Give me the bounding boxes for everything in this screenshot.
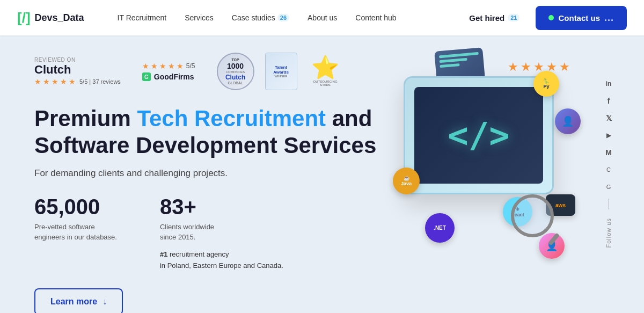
contact-button[interactable]: Contact us ...	[536, 6, 627, 30]
navbar: [/] Devs_Data IT Recruitment Services Ca…	[0, 0, 644, 35]
ratings-bar: REVIEWED ON Clutch ★ ★ ★ ★ ★ 5/5 | 37 re…	[34, 53, 382, 90]
youtube-icon[interactable]: ▶	[601, 128, 616, 143]
learn-more-label: Learn more	[50, 297, 97, 307]
recruitment-info: #1 recruitment agency in Poland, Eastern…	[160, 249, 283, 272]
social-divider	[609, 199, 609, 209]
clutch-stars: ★ ★ ★ ★ ★ 5/5 | 37 reviews	[34, 77, 121, 86]
contact-dots: ...	[604, 12, 614, 24]
hero-subtitle: For demanding clients and challenging pr…	[34, 168, 382, 179]
python-label: 🐍Py	[543, 78, 549, 89]
user-avatar-1: 👤	[555, 108, 581, 134]
nav-services[interactable]: Services	[177, 9, 221, 26]
goodfirms-icon: G	[142, 72, 151, 81]
python-badge: 🐍Py	[533, 71, 559, 97]
nav-right: Get hired 21 Contact us ...	[462, 6, 627, 30]
nav-case-studies[interactable]: Case studies 26	[224, 9, 297, 26]
stat-engineers-desc: Pre-vetted software engineers in our dat…	[34, 222, 117, 243]
linkedin-icon[interactable]: in	[601, 76, 616, 91]
clutch-rating: REVIEWED ON Clutch ★ ★ ★ ★ ★ 5/5 | 37 re…	[34, 57, 121, 86]
learn-more-button[interactable]: Learn more ↓	[34, 288, 123, 313]
nav-it-recruitment[interactable]: IT Recruitment	[110, 9, 174, 26]
nav-content-hub[interactable]: Content hub	[348, 9, 404, 26]
stat-engineers-number: 65,000	[34, 196, 117, 217]
stats-row: 65,000 Pre-vetted software engineers in …	[34, 196, 382, 272]
follow-label: Follow us	[605, 218, 612, 248]
hero-title: Premium Tech Recruitment and Software De…	[34, 105, 382, 159]
medium-icon[interactable]: M	[601, 145, 616, 160]
clutch-icon[interactable]: C	[601, 162, 616, 177]
main-content: REVIEWED ON Clutch ★ ★ ★ ★ ★ 5/5 | 37 re…	[0, 35, 644, 313]
stat-clients: 83+ Clients worldwide since 2015. #1 rec…	[160, 196, 283, 272]
goodfirms-score: 5/5	[186, 62, 195, 70]
java-badge: ☕Java	[393, 168, 420, 194]
clutch-logo-text: Clutch	[34, 64, 121, 76]
goodfirms-rating: ★ ★ ★ ★ ★ 5/5 G GoodFirms	[142, 62, 195, 81]
aws-label: aws	[555, 202, 566, 208]
learn-more-icon: ↓	[103, 297, 107, 307]
talent-award: Talent Awards WINNER	[265, 53, 297, 90]
dotnet-label: .NET	[434, 225, 446, 231]
stat-clients-number: 83+	[160, 196, 283, 217]
tech-illustration: ★ ★ ★ ★ ★ </> 👤 👤	[382, 33, 586, 280]
outsourcing-stars-award: ⭐ OUTSOURCINGSTARS	[308, 54, 343, 89]
right-section: in f 𝕏 ▶ M C G Follow us ★ ★ ★ ★ ★	[382, 44, 618, 313]
dotnet-badge: .NET	[425, 213, 455, 243]
code-brackets: </>	[448, 115, 510, 155]
logo-text: Devs_Data	[35, 12, 84, 24]
logo-link[interactable]: [/] Devs_Data	[17, 11, 84, 25]
stars-visual: ★ ★ ★ ★ ★	[508, 60, 570, 74]
reviewed-on-label: REVIEWED ON	[34, 57, 121, 63]
awards-row: TOP 1000 COMPANIES Clutch GLOBAL Talent …	[217, 53, 343, 90]
clutch-top-award: TOP 1000 COMPANIES Clutch GLOBAL	[217, 53, 254, 90]
goodfirms-name: GoodFirms	[154, 72, 194, 81]
clutch-score: 5/5 | 37 reviews	[79, 78, 121, 85]
get-hired-link[interactable]: Get hired 21	[462, 9, 527, 27]
logo-icon: [/]	[17, 11, 31, 25]
get-hired-label: Get hired	[469, 13, 504, 23]
stat-clients-desc: Clients worldwide since 2015.	[160, 222, 283, 243]
goodfirms-icon-social[interactable]: G	[601, 179, 616, 194]
java-label: ☕Java	[401, 176, 412, 186]
stat-engineers: 65,000 Pre-vetted software engineers in …	[34, 196, 117, 272]
left-section: REVIEWED ON Clutch ★ ★ ★ ★ ★ 5/5 | 37 re…	[34, 44, 382, 313]
goodfirms-stars: ★ ★ ★ ★ ★ 5/5	[142, 62, 195, 70]
twitter-icon[interactable]: 𝕏	[601, 111, 616, 126]
case-studies-badge: 26	[277, 14, 289, 21]
facebook-icon[interactable]: f	[601, 93, 616, 108]
get-hired-badge: 21	[508, 14, 519, 21]
nav-about[interactable]: About us	[300, 9, 345, 26]
magnifier-icon	[511, 194, 554, 237]
monitor-screen: </>	[414, 87, 543, 184]
contact-label: Contact us	[558, 13, 600, 23]
nav-links: IT Recruitment Services Case studies 26 …	[110, 9, 462, 26]
monitor-display: </>	[404, 76, 554, 194]
user-avatar-2: 👤	[539, 233, 565, 259]
contact-dot	[548, 15, 554, 20]
social-sidebar: in f 𝕏 ▶ M C G Follow us	[599, 44, 618, 248]
goodfirms-logo: G GoodFirms	[142, 72, 195, 81]
